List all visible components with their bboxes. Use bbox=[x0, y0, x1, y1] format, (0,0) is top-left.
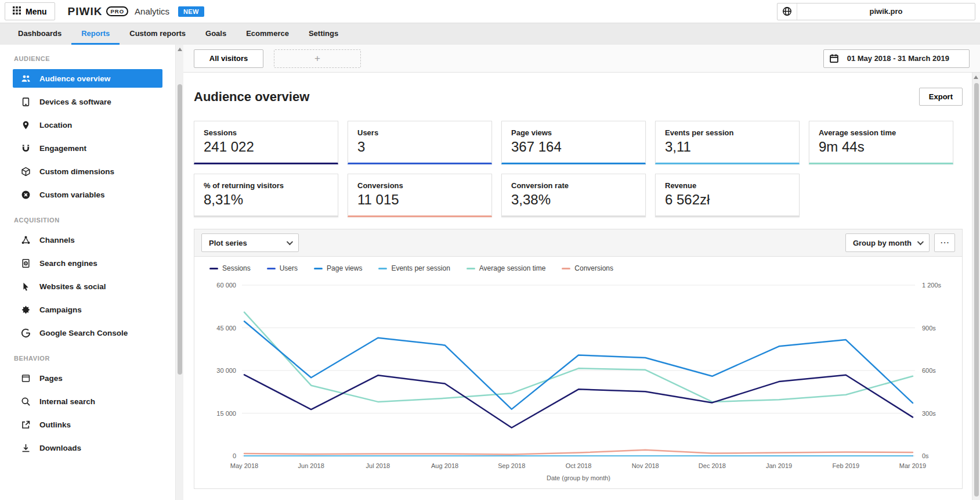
sidebar-item-downloads[interactable]: Downloads bbox=[13, 438, 162, 457]
content-scrollbar[interactable] bbox=[972, 73, 980, 500]
kpi-label: Revenue bbox=[665, 181, 790, 190]
kpi-value: 3,11 bbox=[665, 139, 790, 155]
content-scrollbar-thumb[interactable] bbox=[974, 83, 979, 497]
people-icon bbox=[21, 74, 31, 84]
legend-label: Page views bbox=[327, 264, 362, 272]
x-tick: Jul 2018 bbox=[366, 462, 390, 469]
sidebar-item-label: Search engines bbox=[39, 259, 97, 268]
kpi-value: 6 562zł bbox=[665, 192, 790, 208]
brand-logo: PIWIK PRO Analytics NEW bbox=[68, 5, 204, 18]
kpi-card-conversions: Conversions11 015 bbox=[348, 174, 492, 217]
menu-label: Menu bbox=[26, 7, 47, 16]
cursor-icon bbox=[21, 282, 31, 292]
y-left-tick: 60 000 bbox=[216, 282, 236, 289]
date-range-picker[interactable]: 01 May 2018 - 31 March 2019 bbox=[823, 49, 970, 68]
legend-item-average-session-time[interactable]: Average session time bbox=[467, 264, 546, 272]
legend-item-sessions[interactable]: Sessions bbox=[209, 264, 251, 272]
kpi-label: Sessions bbox=[204, 128, 328, 137]
scroll-up-icon[interactable] bbox=[974, 75, 978, 79]
page-title: Audience overview bbox=[194, 89, 309, 105]
sidebar-item-location[interactable]: Location bbox=[13, 116, 162, 134]
sidebar-scrollbar-thumb[interactable] bbox=[178, 84, 182, 375]
site-picker[interactable]: piwik.pro bbox=[777, 3, 975, 20]
sidebar-section-title: ACQUISITION bbox=[0, 217, 175, 226]
sidebar-item-google-search-console[interactable]: Google Search Console bbox=[13, 323, 162, 342]
kpi-card-conversion-rate: Conversion rate3,38% bbox=[501, 174, 646, 217]
more-options-button[interactable]: ⋯ bbox=[934, 233, 955, 252]
tab-dashboards[interactable]: Dashboards bbox=[8, 23, 71, 45]
kpi-label: Average session time bbox=[819, 128, 943, 137]
group-by-select[interactable]: Group by month bbox=[845, 233, 930, 252]
menu-button[interactable]: Menu bbox=[5, 2, 55, 20]
x-tick: Jan 2019 bbox=[766, 462, 792, 469]
sidebar-item-audience-overview[interactable]: Audience overview bbox=[13, 69, 162, 88]
segment-all-visitors-button[interactable]: All visitors bbox=[194, 49, 263, 68]
g-circle-icon bbox=[21, 328, 31, 338]
tab-goals[interactable]: Goals bbox=[196, 23, 236, 45]
tab-ecommerce[interactable]: Ecommerce bbox=[236, 23, 299, 45]
brand-name: PIWIK bbox=[68, 5, 103, 18]
sidebar-item-label: Custom variables bbox=[39, 190, 105, 199]
chart-legend: SessionsUsersPage viewsEvents per sessio… bbox=[194, 257, 962, 272]
sidebar-item-internal-search[interactable]: Internal search bbox=[13, 392, 162, 411]
x-tick: Sep 2018 bbox=[498, 462, 525, 469]
burst-icon bbox=[21, 305, 31, 315]
product-name: Analytics bbox=[135, 6, 169, 16]
kpi-label: Conversions bbox=[357, 181, 482, 190]
legend-item-events-per-session[interactable]: Events per session bbox=[378, 264, 450, 272]
x-tick: Dec 2018 bbox=[699, 462, 726, 469]
globe-icon bbox=[778, 3, 797, 20]
legend-label: Average session time bbox=[479, 264, 546, 272]
sidebar-item-channels[interactable]: Channels bbox=[13, 231, 162, 249]
sidebar-item-campaigns[interactable]: Campaigns bbox=[13, 300, 162, 319]
sidebar-item-custom-variables[interactable]: Custom variables bbox=[13, 185, 162, 204]
tab-custom-reports[interactable]: Custom reports bbox=[120, 23, 196, 45]
sidebar-scrollbar[interactable] bbox=[175, 45, 183, 500]
tablet-icon bbox=[21, 97, 31, 107]
legend-item-users[interactable]: Users bbox=[267, 264, 298, 272]
chart-panel: Plot series Group by month ⋯ SessionsUse… bbox=[194, 229, 963, 489]
sidebar-item-label: Outlinks bbox=[39, 420, 71, 429]
series-line-page-views bbox=[244, 321, 913, 409]
legend-swatch bbox=[209, 268, 218, 269]
sidebar-item-search-engines[interactable]: Search engines bbox=[13, 254, 162, 272]
y-left-tick: 45 000 bbox=[216, 325, 236, 332]
grid-menu-icon bbox=[13, 6, 21, 16]
y-right-tick: 900s bbox=[922, 325, 936, 332]
plot-series-select[interactable]: Plot series bbox=[201, 233, 299, 252]
x-tick: Mar 2019 bbox=[899, 462, 926, 469]
x-tick: Oct 2018 bbox=[566, 462, 592, 469]
kpi-card-revenue: Revenue6 562zł bbox=[655, 174, 800, 217]
tab-reports[interactable]: Reports bbox=[71, 23, 120, 45]
legend-item-page-views[interactable]: Page views bbox=[314, 264, 362, 272]
legend-swatch bbox=[562, 268, 570, 269]
kpi-row-1: Sessions241 022Users3Page views367 164Ev… bbox=[194, 121, 963, 164]
legend-item-conversions[interactable]: Conversions bbox=[562, 264, 613, 272]
sidebar-item-custom-dimensions[interactable]: Custom dimensions bbox=[13, 162, 162, 181]
reports-sidebar: AUDIENCEAudience overviewDevices & softw… bbox=[0, 45, 175, 500]
sidebar-item-websites-social[interactable]: Websites & social bbox=[13, 277, 162, 296]
sidebar-item-outlinks[interactable]: Outlinks bbox=[13, 415, 162, 434]
scroll-up-icon[interactable] bbox=[178, 48, 182, 51]
sidebar-item-pages[interactable]: Pages bbox=[13, 369, 162, 387]
sidebar-section-title: BEHAVIOR bbox=[0, 355, 175, 364]
kpi-value: 367 164 bbox=[511, 139, 636, 155]
sidebar-item-engagement[interactable]: Engagement bbox=[13, 139, 162, 157]
x-tick: Nov 2018 bbox=[632, 462, 659, 469]
export-button[interactable]: Export bbox=[919, 88, 963, 106]
pin-icon bbox=[21, 120, 31, 130]
add-segment-button[interactable]: + bbox=[274, 49, 361, 68]
kpi-value: 241 022 bbox=[204, 139, 328, 155]
sidebar-item-devices-software[interactable]: Devices & software bbox=[13, 92, 162, 111]
kpi-card-events-per-session: Events per session3,11 bbox=[655, 121, 800, 164]
x-tick: Jun 2018 bbox=[298, 462, 324, 469]
app-window: Menu PIWIK PRO Analytics NEW piwik.pro D… bbox=[0, 0, 980, 500]
sidebar-item-label: Engagement bbox=[39, 144, 86, 153]
y-right-tick: 600s bbox=[922, 367, 936, 374]
kpi-card-users: Users3 bbox=[348, 121, 492, 164]
sidebar-item-label: Location bbox=[39, 121, 72, 130]
sidebar-item-label: Custom dimensions bbox=[39, 167, 114, 176]
sidebar-section-title: AUDIENCE bbox=[0, 55, 175, 64]
tab-settings[interactable]: Settings bbox=[299, 23, 348, 45]
topbar: Menu PIWIK PRO Analytics NEW piwik.pro bbox=[0, 0, 980, 23]
